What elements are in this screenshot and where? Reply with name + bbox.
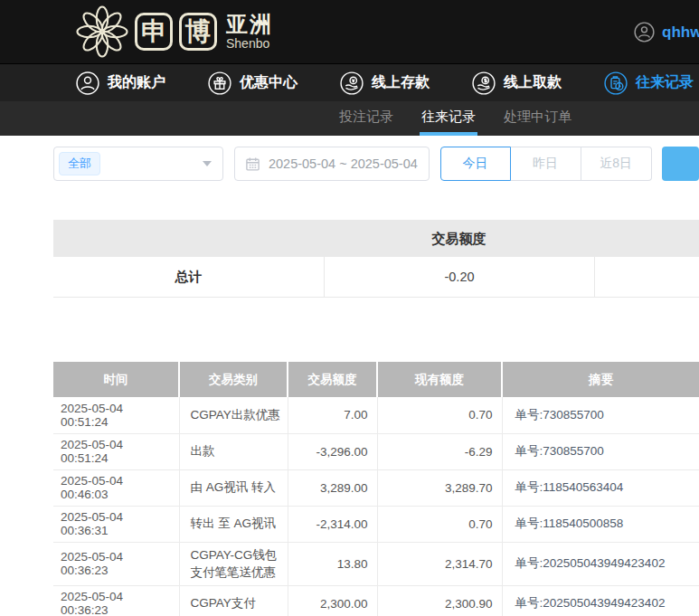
cell-summary: 单号:118540500858 (502, 506, 699, 542)
cell-time: 2025-05-04 00:36:23 (53, 585, 179, 616)
cell-balance: 2,314.70 (377, 542, 502, 585)
cell-type: 由 AG视讯 转入 (179, 469, 288, 506)
cell-amount: 3,289.00 (288, 469, 377, 506)
table-row: 2025-05-04 00:36:23 CGPAY支付 2,300.00 2,3… (53, 585, 699, 616)
user-account[interactable]: qhhw (634, 22, 699, 43)
tab-pending-orders[interactable]: 处理中订单 (504, 101, 571, 136)
search-button[interactable] (662, 147, 699, 181)
logo-char-bo: 博 (179, 13, 217, 51)
flower-logo-icon (76, 5, 128, 58)
table-row: 2025-05-04 00:51:24 CGPAY出款优惠 7.00 0.70 … (53, 397, 699, 433)
sub-nav: 投注记录 往来记录 处理中订单 (0, 101, 699, 136)
date-range-input[interactable]: 2025-05-04 ~ 2025-05-04 (234, 147, 430, 181)
cell-amount: 7.00 (288, 397, 377, 433)
cell-time: 2025-05-04 00:51:24 (53, 433, 179, 469)
cell-summary: 单号:730855700 (502, 397, 699, 433)
cell-type: CGPAY-CG钱包支付笔笔送优惠 (179, 542, 288, 585)
today-button[interactable]: 今日 (440, 147, 511, 181)
cell-time: 2025-05-04 00:51:24 (53, 397, 179, 433)
logo-region-sub: Shenbo (226, 37, 273, 51)
cell-amount: 13.80 (288, 542, 377, 585)
cell-type: 转出 至 AG视讯 (179, 506, 288, 542)
calendar-icon (245, 156, 260, 172)
summary-empty-cell (594, 257, 699, 297)
nav-item-my-account[interactable]: 我的账户 (76, 71, 165, 95)
summary-header-amount: 交易额度 (324, 220, 594, 257)
date-range-value: 2025-05-04 ~ 2025-05-04 (269, 156, 418, 171)
cell-time: 2025-05-04 00:36:31 (53, 506, 179, 542)
user-avatar-icon (634, 22, 655, 43)
nav-item-promotions[interactable]: 优惠中心 (208, 71, 298, 95)
summary-total-value: -0.20 (324, 257, 594, 297)
table-row: 2025-05-04 00:36:23 CGPAY-CG钱包支付笔笔送优惠 13… (53, 542, 699, 585)
col-header-type: 交易类别 (179, 362, 288, 397)
account-icon (76, 71, 99, 95)
deposit-icon (340, 71, 364, 95)
cell-time: 2025-05-04 00:36:23 (53, 542, 179, 585)
cell-balance: 0.70 (377, 506, 502, 542)
col-header-time: 时间 (53, 362, 179, 397)
records-icon (604, 71, 628, 95)
transactions-header-row: 时间 交易类别 交易额度 现有额度 摘要 (53, 362, 699, 397)
summary-table: 交易额度 总计 -0.20 (53, 220, 699, 298)
cell-amount: -2,314.00 (288, 506, 377, 542)
cell-summary: 单号:202505043949423402 (502, 542, 699, 585)
nav-item-deposit[interactable]: 线上存款 (340, 71, 430, 95)
nav-label: 我的账户 (108, 73, 165, 92)
nav-label: 优惠中心 (240, 73, 298, 92)
selected-category-tag[interactable]: 全部 (59, 152, 100, 175)
cell-balance: 0.70 (377, 397, 502, 433)
cell-summary: 单号:730855700 (502, 433, 699, 469)
category-select[interactable]: 全部 (53, 147, 223, 181)
nav-item-withdraw[interactable]: 线上取款 (472, 71, 562, 95)
brand-logo[interactable]: 申 博 亚洲 Shenbo (76, 5, 273, 58)
logo-char-shen: 申 (135, 13, 173, 51)
nav-item-records[interactable]: 往来记录 (604, 71, 694, 95)
quick-date-buttons: 今日 昨日 近8日 (440, 147, 652, 181)
cell-amount: -3,296.00 (288, 433, 377, 469)
gift-icon (208, 71, 231, 95)
table-row: 2025-05-04 00:36:31 转出 至 AG视讯 -2,314.00 … (53, 506, 699, 542)
col-header-balance: 现有额度 (377, 362, 502, 397)
nav-label: 线上存款 (372, 73, 430, 92)
summary-header-row: 交易额度 (53, 220, 699, 257)
cell-balance: 2,300.90 (377, 585, 502, 616)
cell-summary: 单号:202505043949423402 (502, 585, 699, 616)
main-nav: 我的账户 优惠中心 线上存款 线上取款 (0, 63, 699, 101)
cell-balance: -6.29 (377, 433, 502, 469)
cell-balance: 3,289.70 (377, 469, 502, 506)
username[interactable]: qhhw (662, 24, 699, 42)
tab-betting-records[interactable]: 投注记录 (339, 101, 393, 136)
col-header-summary: 摘要 (502, 362, 699, 397)
logo-region: 亚洲 Shenbo (226, 13, 273, 51)
filter-bar: 全部 2025-05-04 ~ 2025-05-04 今日 昨日 近8日 (53, 147, 699, 181)
table-row: 2025-05-04 00:51:24 出款 -3,296.00 -6.29 单… (53, 433, 699, 469)
summary-total-row: 总计 -0.20 (53, 257, 699, 298)
col-header-amount: 交易额度 (288, 362, 377, 397)
last-8-days-button[interactable]: 近8日 (581, 147, 652, 181)
withdraw-icon (472, 71, 496, 95)
summary-total-label: 总计 (53, 257, 324, 297)
tab-transaction-records[interactable]: 往来记录 (420, 101, 477, 136)
nav-label: 线上取款 (504, 73, 562, 92)
transactions-table: 时间 交易类别 交易额度 现有额度 摘要 2025-05-04 00:51:24… (53, 362, 699, 616)
nav-label: 往来记录 (636, 73, 694, 92)
cell-type: 出款 (179, 433, 288, 469)
cell-time: 2025-05-04 00:46:03 (53, 469, 179, 506)
top-header: 申 博 亚洲 Shenbo qhhw (0, 0, 699, 63)
logo-region-text: 亚洲 (226, 13, 273, 35)
cell-type: CGPAY出款优惠 (179, 397, 288, 433)
chevron-down-icon (203, 161, 212, 166)
table-row: 2025-05-04 00:46:03 由 AG视讯 转入 3,289.00 3… (53, 469, 699, 506)
yesterday-button[interactable]: 昨日 (511, 147, 581, 181)
cell-summary: 单号:118540563404 (502, 469, 699, 506)
cell-type: CGPAY支付 (179, 585, 288, 616)
cell-amount: 2,300.00 (288, 585, 377, 616)
